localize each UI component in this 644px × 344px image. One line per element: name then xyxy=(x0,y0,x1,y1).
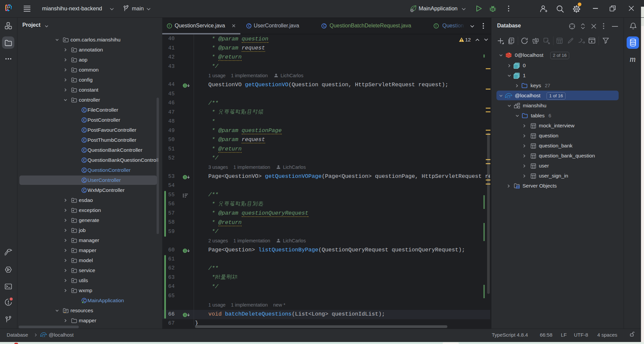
svg-text:C: C xyxy=(83,138,86,142)
svg-text:I: I xyxy=(184,176,186,179)
svg-text:C: C xyxy=(83,168,86,172)
svg-text:I: I xyxy=(169,24,170,28)
svg-text:I: I xyxy=(184,249,186,253)
svg-text:C: C xyxy=(83,128,86,132)
svg-text:I: I xyxy=(184,84,186,88)
svg-text:I: I xyxy=(184,314,186,317)
svg-text:C: C xyxy=(83,178,86,182)
svg-text:C: C xyxy=(323,24,326,28)
svg-text:C: C xyxy=(83,188,86,192)
svg-text:C: C xyxy=(83,108,86,112)
svg-text:C: C xyxy=(83,158,86,162)
svg-text:I: I xyxy=(436,24,437,28)
svg-text:C: C xyxy=(83,118,86,122)
svg-text:C: C xyxy=(248,24,251,28)
svg-text:C: C xyxy=(83,148,86,152)
